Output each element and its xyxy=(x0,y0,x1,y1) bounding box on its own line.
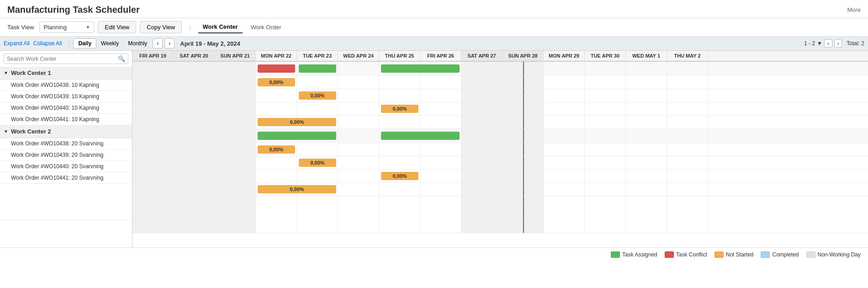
date-range: April 19 - May 2, 2024 xyxy=(180,40,240,47)
planning-dropdown[interactable]: Planning ▼ xyxy=(39,21,94,33)
gantt-cell xyxy=(667,156,708,169)
legend-task-assigned: Task Assigned xyxy=(611,251,657,258)
search-box[interactable]: 🔍 xyxy=(4,53,128,64)
gantt-cell xyxy=(544,62,585,75)
gantt-bar-yellow[interactable]: 0,00% xyxy=(258,145,295,154)
gantt-bar-green[interactable] xyxy=(258,132,336,140)
gantt-cell xyxy=(338,116,379,128)
gantt-row: 0,00% xyxy=(132,116,868,129)
gantt-panel: FRI APR 19SAT APR 20SUN APR 21MON APR 22… xyxy=(132,51,868,247)
gantt-bar-yellow[interactable]: 0,00% xyxy=(299,159,336,167)
dropdown-arrow-icon: ▼ xyxy=(85,25,90,30)
gantt-cell xyxy=(174,183,215,196)
list-item[interactable]: Work Order #WO10438: 20 Svarvning xyxy=(0,138,132,149)
legend-completed: Completed xyxy=(761,251,799,258)
today-line xyxy=(523,143,524,156)
gantt-cell xyxy=(174,143,215,156)
expand-all-button[interactable]: Expand All xyxy=(4,40,30,47)
work-center-2-header[interactable]: ▼ Work Center 2 xyxy=(0,125,132,138)
gantt-cell xyxy=(667,170,708,182)
gantt-col-header-2: SUN APR 21 xyxy=(215,51,256,61)
gantt-bar-green[interactable] xyxy=(381,64,460,73)
tab-work-center[interactable]: Work Center xyxy=(198,21,243,33)
gantt-cell xyxy=(667,102,708,115)
today-line xyxy=(523,62,524,75)
gantt-cell xyxy=(174,170,215,182)
collapse-all-button[interactable]: Collapse All xyxy=(33,40,62,47)
gantt-cell xyxy=(215,89,256,102)
search-input[interactable] xyxy=(7,56,118,62)
gantt-col-header-9: SUN APR 28 xyxy=(503,51,544,61)
page-dropdown-icon[interactable]: ▼ xyxy=(817,40,822,47)
list-item[interactable]: Work Order #WO10441: 20 Svarvning xyxy=(0,172,132,184)
gantt-bar-yellow[interactable]: 0,00% xyxy=(381,172,418,180)
gantt-bar-green[interactable] xyxy=(299,64,336,73)
list-item[interactable]: Work Order #WO10439: 10 Kapning xyxy=(0,91,132,102)
gantt-cell xyxy=(132,196,174,233)
next-period-button[interactable]: › xyxy=(164,38,175,48)
gantt-cell xyxy=(338,196,379,233)
gantt-cell xyxy=(544,183,585,196)
prev-period-button[interactable]: ‹ xyxy=(153,38,163,48)
gantt-col-header-0: FRI APR 19 xyxy=(132,51,174,61)
gantt-cell xyxy=(544,89,585,102)
legend-color-green xyxy=(611,251,620,258)
daily-button[interactable]: Daily xyxy=(73,38,96,48)
gantt-cell xyxy=(544,170,585,182)
prev-page-button[interactable]: ‹ xyxy=(824,39,832,48)
gantt-cell xyxy=(544,143,585,156)
gantt-cell xyxy=(461,89,503,102)
gantt-cell xyxy=(626,89,667,102)
gantt-column-headers: FRI APR 19SAT APR 20SUN APR 21MON APR 22… xyxy=(132,51,868,62)
monthly-button[interactable]: Monthly xyxy=(123,39,152,48)
gantt-cell xyxy=(215,156,256,169)
next-page-button[interactable]: › xyxy=(834,39,842,48)
gantt-cell xyxy=(338,62,379,75)
gantt-bar-yellow[interactable]: 0,00% xyxy=(299,91,336,100)
gantt-col-header-5: WED APR 24 xyxy=(338,51,379,61)
gantt-cell xyxy=(585,170,626,182)
gantt-col-header-1: SAT APR 20 xyxy=(174,51,215,61)
gantt-cell xyxy=(420,102,461,115)
edit-view-button[interactable]: Edit View xyxy=(98,21,136,33)
gantt-cell xyxy=(297,143,338,156)
gantt-bar-green[interactable] xyxy=(381,132,460,140)
gantt-cell xyxy=(667,129,708,143)
gantt-bar-red[interactable] xyxy=(258,64,295,73)
list-item[interactable]: Work Order #WO10440: 20 Svarvning xyxy=(0,161,132,172)
gantt-cell xyxy=(215,183,256,196)
legend-label-completed: Completed xyxy=(772,251,799,258)
gantt-bar-yellow[interactable]: 0,00% xyxy=(258,78,295,86)
task-view-label: Task View xyxy=(7,24,34,31)
tab-work-order[interactable]: Work Order xyxy=(246,21,286,33)
legend-task-conflict: Task Conflict xyxy=(665,251,707,258)
gantt-cell xyxy=(626,102,667,115)
list-item[interactable]: Work Order #WO10441: 10 Kapning xyxy=(0,114,132,125)
top-header: Manufacturing Task Scheduler More xyxy=(0,0,868,18)
gantt-row: 0,00% xyxy=(132,143,868,156)
gantt-cell xyxy=(461,170,503,182)
list-item[interactable]: Work Order #WO10438: 10 Kapning xyxy=(0,80,132,91)
gantt-cell xyxy=(379,183,420,196)
weekly-button[interactable]: Weekly xyxy=(96,39,123,48)
gantt-cell xyxy=(626,183,667,196)
copy-view-button[interactable]: Copy View xyxy=(140,21,182,33)
gantt-cell xyxy=(461,76,503,89)
gantt-bar-yellow[interactable]: 0,00% xyxy=(381,105,418,113)
gantt-col-header-7: FRI APR 26 xyxy=(420,51,461,61)
gantt-cell xyxy=(132,62,174,75)
gantt-cell xyxy=(420,183,461,196)
gantt-cell xyxy=(667,183,708,196)
page-numbers: 1 - 2 xyxy=(804,40,815,47)
legend-color-yellow xyxy=(715,251,724,258)
today-line xyxy=(523,89,524,102)
list-item[interactable]: Work Order #WO10440: 10 Kapning xyxy=(0,102,132,114)
gantt-cell xyxy=(585,62,626,75)
work-center-1-header[interactable]: ▼ Work Center 1 xyxy=(0,67,132,80)
list-item[interactable]: Work Order #WO10439: 20 Svarvning xyxy=(0,149,132,161)
gantt-bar-yellow[interactable]: 0,00% xyxy=(258,185,336,193)
gantt-cell xyxy=(420,76,461,89)
today-line xyxy=(523,183,524,196)
gantt-bar-yellow[interactable]: 0,00% xyxy=(258,118,336,126)
more-link[interactable]: More xyxy=(847,6,861,13)
